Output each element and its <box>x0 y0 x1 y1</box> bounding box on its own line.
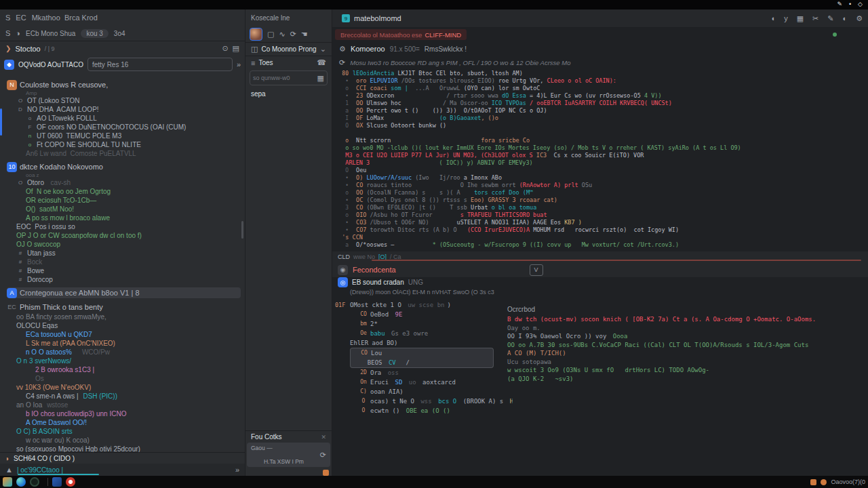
stack-icon[interactable]: ▢ <box>267 30 274 39</box>
code-line[interactable]: ARLEN 3 ( IOC)) y) ABNIV OF EMEVy3) <box>335 159 868 167</box>
tree-item[interactable]: oAO LTowekk FOLLL <box>7 114 245 123</box>
chevron-down-icon[interactable]: ⌄ <box>320 45 326 54</box>
result-item[interactable]: bm2* <box>350 319 513 329</box>
tree-item[interactable]: O() saotM Noo! <box>7 205 245 214</box>
target-icon[interactable]: ⊙ <box>222 44 228 53</box>
rerun-icon[interactable]: ⟳ <box>320 451 326 460</box>
section-header[interactable]: ACrontegonua ece AbMN b8oo V1 | 8 <box>7 287 241 298</box>
editor-tab[interactable]: 9 matebolmomd <box>338 9 406 27</box>
chevron-right-icon[interactable]: » <box>235 466 239 474</box>
code-line[interactable]: a O/*ooswes — * (OSuceoutg - w/Fsucropo … <box>335 241 868 249</box>
section-header[interactable]: ECPhism Thick o tans benty <box>7 302 245 312</box>
scope-icon[interactable]: ◆ <box>4 60 14 70</box>
middle-row1-label[interactable]: Co Moonno Prong <box>261 45 316 53</box>
code-line[interactable] <box>335 129 868 137</box>
edit-icon[interactable]: ✎ <box>827 14 833 23</box>
code-line[interactable]: 's CCN <box>335 234 868 241</box>
stop-icon[interactable]: S <box>5 29 10 37</box>
tree-item[interactable]: OP J O or CW scoanpofow dw cl on too f) <box>7 231 245 240</box>
code-line[interactable]: • oro ELPUVIOR /OOs tostures blrousc EIO… <box>335 77 868 85</box>
branch-pill[interactable]: kou 3 <box>81 29 108 38</box>
status-filter-value[interactable]: | oc'99CCtaoo | <box>17 466 63 474</box>
code-editor[interactable]: 80lEOoidAnctia LKJ1T Btoc CEl bto, sbuot… <box>332 68 868 251</box>
tree-item[interactable]: L Sk me at (PAA OnC'NIXEO) <box>7 339 245 348</box>
breadcrumb-root[interactable]: CLD <box>338 253 350 260</box>
tree-item[interactable]: OOT (Lokoo STON <box>7 96 245 105</box>
app-logo-icon[interactable]: S <box>5 14 10 22</box>
grid-icon[interactable]: ▦ <box>317 74 324 83</box>
tree-item[interactable]: vv 10K3 (Owe N'eoOKV) <box>7 383 245 392</box>
tree-item[interactable]: Amp <box>7 90 245 96</box>
tree-item[interactable]: n O O astoos% WCO/Pw <box>7 348 245 357</box>
tree-item[interactable]: nUT 0600 TEMUC POLE M3 <box>7 131 245 140</box>
tree-item[interactable]: an O Ioa wstose <box>7 401 245 409</box>
result-group-label[interactable]: EB sound cradan <box>352 279 404 286</box>
tree-item[interactable]: O C) B ASOIN srts <box>7 427 245 436</box>
profile-icon[interactable]: ◐ <box>842 14 847 23</box>
blue-app-icon[interactable] <box>52 477 62 487</box>
code-line[interactable]: o Ntt scrorn fora sricbe Co <box>335 137 868 144</box>
tree-item[interactable]: EOC Pos i ossu so <box>7 222 245 231</box>
tree-item[interactable]: oFt COPO NE SHODLAL TU NLITE <box>7 140 245 149</box>
result-item[interactable]: COOeBod 9E <box>350 310 513 319</box>
project-icon[interactable]: EC <box>16 14 26 22</box>
tree-item[interactable]: A Ome Daswol OO/! <box>7 418 245 427</box>
result-item[interactable]: OMost ckte 1 O uw scse bn) <box>350 300 513 310</box>
footer-label[interactable]: SCH64 CO ( CIDO ) <box>14 455 75 462</box>
inspection-ok-icon[interactable] <box>833 33 837 37</box>
close-icon[interactable]: ✕ <box>321 434 326 441</box>
tray-icon-1[interactable] <box>810 479 816 485</box>
result-item[interactable]: 2DOra oss <box>350 368 513 378</box>
tree-item[interactable]: OLOCU Eqas <box>7 321 245 330</box>
refresh-icon[interactable]: ⟳ <box>290 30 296 39</box>
tree-item[interactable]: b IO chos uncllowdip3) unn ICNO <box>7 409 245 418</box>
tree-item[interactable]: OR eciosuh TcO-1Cb— <box>7 196 245 205</box>
code-line[interactable]: O OX Slcuse Ootoort bunkw () <box>335 122 868 129</box>
result-item[interactable]: COLou <box>350 348 494 358</box>
tree-item[interactable]: 2 B owrooka s1C3 | <box>7 365 245 374</box>
section-header[interactable]: NCouloste bows R ceusove, <box>7 79 245 90</box>
tree-item[interactable]: FOF coors NO DuNETNOChOTOCUS (OAI (CUM) <box>7 123 245 131</box>
code-line[interactable]: • CO roaucs tintoo O Ihe sewbm orrt (RnA… <box>335 182 868 189</box>
tray-clock[interactable]: Oaovoo(7)(0 <box>831 479 865 485</box>
code-line[interactable]: • 23 ODexcron / rtar sooo wwa dO Essa = … <box>335 92 868 100</box>
scrollbar-thumb[interactable] <box>241 221 243 239</box>
code-line[interactable]: o so wo0 MO -lclub ()( lout ker ImmUX Eo… <box>335 144 868 152</box>
chat-icon[interactable]: ◖ <box>770 14 775 23</box>
section-header[interactable]: 10dktce Kodaho Nokovomo <box>7 161 245 172</box>
tree-item[interactable]: An6 Lw wand Comoste PuELATVLL <box>7 149 245 158</box>
code-line[interactable]: M3 o CEI U2O LUIEP P77 LA Jur) UN MO3, (… <box>335 152 868 159</box>
tree-item[interactable]: ECa tosouoN u QKD7 <box>7 330 245 339</box>
dark-app-icon[interactable] <box>30 477 39 487</box>
bookmark-icon[interactable]: ◗ <box>5 455 9 462</box>
result-item[interactable]: Oocas) t Ne O wss bcs O (BROOK A) s HCl <box>350 396 513 406</box>
overlay-menu-icon[interactable]: ◇ <box>858 1 863 7</box>
gear-icon[interactable]: ⚙ <box>339 45 346 54</box>
filter-badge[interactable]: V <box>530 264 543 276</box>
tree-item[interactable]: #Bowe <box>7 266 245 275</box>
build-icon[interactable]: ▦ <box>797 14 804 23</box>
middle-row4-label[interactable]: sepa <box>251 90 266 98</box>
code-line[interactable]: • CO3 /Ubuso t OO6r NO) uSTELET A NOO31 … <box>335 219 868 226</box>
tree-item[interactable]: Of N oe koo oo Jem Ogrtog <box>7 187 245 196</box>
middle-row2-label[interactable]: Toes <box>258 59 273 66</box>
result-item[interactable]: Oebabu Gs e3 owre <box>350 329 513 338</box>
expand-icon[interactable]: » <box>237 60 241 68</box>
code-line[interactable]: • O) LUOowr/A/suuc (Iwo Ij/roo a Imonx A… <box>335 174 868 182</box>
code-line[interactable]: 3 CO (OBwn EFOLECO) |t () T ssb Urbat o … <box>335 204 868 211</box>
layout-icon[interactable]: ▤ <box>233 44 239 53</box>
result-item[interactable]: BEOS CV / <box>350 358 494 368</box>
tree-item[interactable]: #Utan jass <box>7 249 245 258</box>
code-line[interactable]: o CCI coaci som | ...A OruwwL (OYO can) … <box>335 85 868 92</box>
code-line[interactable]: o OO (OcoalN Fcanna) s s )( A tors ccof … <box>335 189 868 197</box>
weather-app-icon[interactable] <box>3 477 12 487</box>
scissors-icon[interactable]: ✂ <box>812 14 818 23</box>
code-line[interactable]: • CO7 torowth Ditoc rts (A b) O (CCO Iru… <box>335 226 868 234</box>
code-line[interactable]: a OO Percrt owo t () ()) 3)) O/tOAOoT IO… <box>335 107 868 115</box>
pen-icon[interactable]: ✎ <box>837 1 842 7</box>
result-item[interactable]: EhlER aod BO) <box>350 338 513 348</box>
tree-item[interactable]: Os <box>7 374 245 383</box>
browser-icon[interactable] <box>16 477 26 487</box>
tree-item[interactable]: A po ss mow l broaco alawe <box>7 214 245 222</box>
bolt-icon[interactable]: ∿ <box>279 30 285 39</box>
